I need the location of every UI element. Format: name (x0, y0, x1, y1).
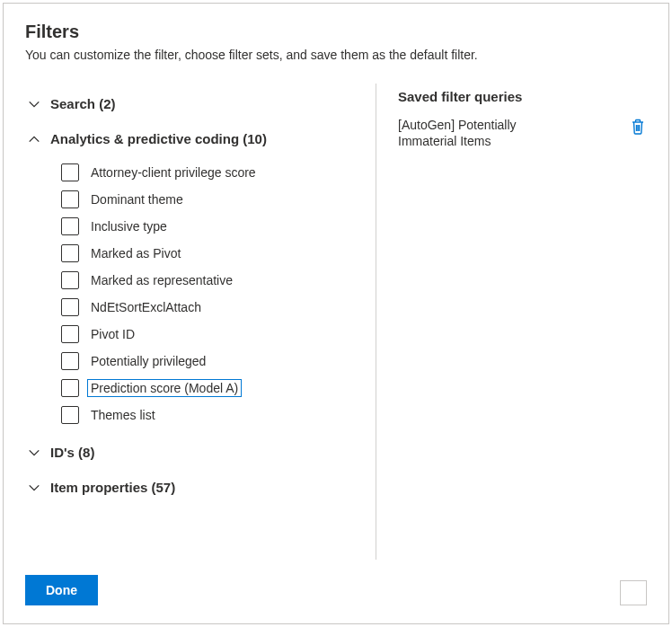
panel-subtitle: You can customize the filter, choose fil… (25, 48, 647, 62)
checkbox[interactable] (61, 325, 79, 343)
footer: Done (25, 575, 647, 605)
checkbox[interactable] (61, 298, 79, 316)
checkbox[interactable] (61, 217, 79, 235)
panel-title: Filters (25, 22, 647, 42)
filter-option-row[interactable]: Marked as representative (61, 267, 361, 294)
filters-panel: Filters You can customize the filter, ch… (3, 3, 669, 624)
filter-option-label: Marked as representative (88, 272, 235, 288)
checkbox[interactable] (61, 163, 79, 181)
chevron-down-icon (25, 481, 43, 494)
section-label: Analytics & predictive coding (10) (50, 131, 267, 146)
filter-option-label: Inclusive type (88, 218, 170, 234)
filter-option-row[interactable]: Pivot ID (61, 321, 361, 348)
filter-option-row[interactable]: NdEtSortExclAttach (61, 294, 361, 321)
chevron-down-icon (25, 98, 43, 110)
section-label: Item properties (57) (50, 480, 175, 495)
delete-icon[interactable] (629, 117, 647, 139)
filter-option-row[interactable]: Attorney-client privilege score (61, 159, 361, 186)
checkbox[interactable] (61, 406, 79, 424)
checkbox[interactable] (61, 379, 79, 397)
checkbox[interactable] (61, 271, 79, 289)
section-header-analytics[interactable]: Analytics & predictive coding (10) (25, 124, 361, 154)
section-header-search[interactable]: Search (2) (25, 89, 361, 119)
filter-option-row[interactable]: Dominant theme (61, 186, 361, 213)
filter-option-label: Prediction score (Model A) (88, 380, 241, 396)
filter-option-label: Potentially privileged (88, 353, 208, 369)
saved-queries-column: Saved filter queries [AutoGen] Potential… (376, 84, 647, 560)
resize-handle[interactable] (620, 580, 647, 605)
done-button[interactable]: Done (25, 575, 98, 605)
filter-option-row[interactable]: Inclusive type (61, 213, 361, 240)
columns: Search (2) Analytics & predictive coding… (25, 84, 647, 560)
checkbox[interactable] (61, 352, 79, 370)
checkbox[interactable] (61, 190, 79, 208)
section-header-ids[interactable]: ID's (8) (25, 437, 361, 467)
section-label: ID's (8) (50, 445, 94, 460)
filter-option-label: Attorney-client privilege score (88, 164, 259, 181)
checkbox[interactable] (61, 244, 79, 262)
chevron-down-icon (25, 446, 43, 459)
filter-option-row[interactable]: Potentially privileged (61, 348, 361, 375)
saved-queries-heading: Saved filter queries (398, 89, 647, 104)
filter-option-label: NdEtSortExclAttach (88, 299, 204, 315)
filter-option-row[interactable]: Marked as Pivot (61, 240, 361, 267)
filter-option-label: Pivot ID (88, 326, 137, 342)
section-label: Search (2) (50, 96, 116, 111)
filter-option-row[interactable]: Themes list (61, 402, 361, 428)
filter-option-label: Themes list (88, 407, 158, 423)
analytics-options: Attorney-client privilege scoreDominant … (61, 159, 361, 428)
filter-option-label: Marked as Pivot (88, 245, 183, 261)
filter-option-label: Dominant theme (88, 191, 186, 208)
filter-option-row[interactable]: Prediction score (Model A) (61, 375, 361, 402)
filter-sections: Search (2) Analytics & predictive coding… (25, 84, 376, 560)
saved-query-label[interactable]: [AutoGen] Potentially Immaterial Items (398, 117, 560, 149)
section-header-item-properties[interactable]: Item properties (57) (25, 472, 361, 502)
saved-query-item: [AutoGen] Potentially Immaterial Items (398, 117, 647, 149)
chevron-up-icon (25, 133, 43, 146)
